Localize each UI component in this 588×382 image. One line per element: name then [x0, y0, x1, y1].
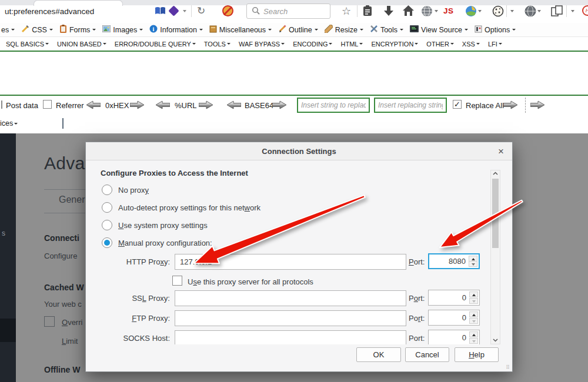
clipboard-icon[interactable] — [362, 5, 373, 19]
bookmark-star-icon[interactable]: ☆ — [342, 5, 351, 18]
home-icon[interactable] — [403, 5, 414, 18]
cancel-button[interactable]: Cancel — [405, 347, 449, 362]
ftp-proxy-input[interactable] — [175, 310, 406, 326]
webdev-menu-options[interactable]: Options — [475, 25, 516, 35]
pages-copy-icon[interactable] — [551, 5, 563, 19]
hackbar-menu-sql-basics[interactable]: SQL BASICS — [6, 41, 49, 48]
hackbar-menu-union-based[interactable]: UNION BASED — [57, 41, 106, 48]
referrer-label[interactable]: Referrer — [56, 101, 84, 110]
webdev-menu-information[interactable]: i Information — [149, 25, 203, 35]
url-encode-button[interactable] — [199, 100, 213, 112]
webdev-menu-forms[interactable]: Forms — [59, 25, 96, 35]
chevron-down-icon[interactable] — [537, 10, 541, 12]
cookie-icon[interactable] — [492, 5, 504, 19]
hackbar-menu-tools[interactable]: TOOLS — [204, 41, 230, 48]
help-button[interactable]: Help — [455, 347, 499, 362]
chevron-down-icon[interactable] — [435, 10, 438, 12]
sidebar-selected-item[interactable] — [0, 319, 16, 342]
ok-button[interactable]: OK — [356, 347, 401, 362]
radio-auto-detect[interactable] — [102, 202, 112, 213]
spin-down-icon[interactable] — [469, 261, 477, 267]
port-spinner[interactable] — [469, 311, 478, 324]
override-cache-label[interactable]: Overri — [62, 318, 82, 327]
chevron-down-icon[interactable] — [510, 10, 514, 12]
radio-system-proxy[interactable] — [102, 220, 112, 230]
browser-tab[interactable] — [34, 0, 123, 6]
chevron-down-icon[interactable] — [183, 10, 186, 12]
radio-no-proxy[interactable] — [102, 185, 112, 195]
radio-manual-proxy-label[interactable]: Manual proxy configuration: — [118, 239, 212, 247]
port-spinner[interactable] — [469, 331, 478, 344]
close-icon[interactable]: × — [495, 145, 507, 158]
webdev-menu-resize[interactable]: Resize — [325, 25, 363, 35]
base64-encode-button[interactable] — [272, 100, 287, 112]
chevron-down-icon[interactable] — [478, 10, 482, 12]
hackbar-menu-other[interactable]: OTHER — [426, 41, 454, 48]
services-menu-partial[interactable]: ices — [0, 119, 18, 128]
spin-down-icon[interactable] — [469, 338, 478, 344]
webdev-menu-css[interactable]: CSS — [21, 25, 53, 35]
base64-decode-button[interactable] — [226, 100, 241, 112]
override-cache-checkbox[interactable] — [44, 316, 55, 327]
url-bar[interactable]: ut:preferences#advanced — [5, 7, 94, 16]
execute-button[interactable] — [530, 100, 545, 112]
addon-diamond-icon[interactable] — [168, 5, 179, 16]
downloads-icon[interactable] — [383, 6, 394, 19]
replace-execute-button[interactable] — [503, 100, 518, 112]
radio-auto-detect-label[interactable]: Auto-detect proxy settings for this netw… — [118, 203, 260, 212]
hackbar-menu-lfi[interactable]: LFI — [488, 41, 502, 48]
socks-port-input[interactable]: 0 — [428, 330, 480, 344]
hackbar-menu-html[interactable]: HTML — [340, 41, 363, 48]
spin-up-icon[interactable] — [469, 331, 478, 337]
hackbar-menu-encryption[interactable]: ENCRYPTION — [371, 41, 418, 48]
spin-up-icon[interactable] — [469, 291, 478, 297]
spin-down-icon[interactable] — [469, 298, 478, 304]
proxy-globe-icon[interactable] — [465, 5, 477, 19]
radio-no-proxy-label[interactable]: No proxy — [118, 186, 149, 195]
hex-encode-button[interactable] — [130, 100, 145, 112]
http-port-input[interactable]: 8080 — [428, 253, 480, 269]
post-data-label[interactable]: Post data — [6, 101, 38, 110]
webdev-menu-view-source[interactable]: View Source — [410, 25, 468, 34]
reload-icon[interactable]: ↻ — [197, 5, 205, 16]
all-protocols-checkbox[interactable] — [172, 276, 182, 286]
webdev-menu-miscellaneous[interactable]: Miscellaneous — [209, 25, 272, 35]
radio-manual-proxy[interactable] — [102, 237, 112, 248]
radio-system-proxy-label[interactable]: Use system proxy settings — [118, 221, 208, 230]
hex-decode-button[interactable] — [86, 100, 101, 112]
spin-down-icon[interactable] — [469, 318, 478, 324]
addon-partial-icon[interactable]: H — [582, 5, 588, 16]
scroll-up-icon[interactable] — [491, 171, 500, 177]
scrollbar-thumb[interactable] — [492, 179, 499, 248]
find-string-input[interactable] — [297, 98, 370, 113]
port-spinner[interactable] — [469, 256, 477, 267]
reader-mode-icon[interactable] — [155, 6, 166, 18]
replace-all-checkbox[interactable]: ✓ — [453, 100, 462, 109]
referrer-checkbox[interactable] — [43, 100, 52, 109]
replace-all-label[interactable]: Replace All — [466, 101, 504, 110]
chevron-down-icon[interactable] — [571, 10, 574, 12]
hackbar-menu-xss[interactable]: XSS — [462, 41, 480, 48]
webdev-menu-tools[interactable]: Tools — [370, 25, 403, 35]
webdev-menu-cookies-partial[interactable]: es — [1, 26, 15, 34]
ssl-port-input[interactable]: 0 — [428, 290, 480, 306]
all-protocols-label[interactable]: Use this proxy server for all protocols — [188, 277, 313, 286]
ssl-proxy-input[interactable] — [175, 290, 406, 306]
hackbar-menu-encoding[interactable]: ENCODING — [293, 41, 332, 48]
webdev-menu-outline[interactable]: Outline — [278, 25, 318, 35]
spin-up-icon[interactable] — [469, 311, 478, 317]
hackbar-menu-error-double-query[interactable]: ERROR/DOUBLE QUERY — [115, 41, 196, 48]
ftp-port-input[interactable]: 0 — [428, 310, 480, 326]
hackbar-menu-waf-bypass[interactable]: WAF BYPASS — [239, 41, 285, 48]
url-decode-button[interactable] — [155, 100, 170, 112]
socks-host-input[interactable] — [175, 330, 406, 344]
globe-menu-icon[interactable] — [421, 5, 433, 19]
noscript-icon[interactable] — [222, 5, 233, 16]
dialog-scrollbar[interactable] — [490, 170, 500, 344]
useragent-globe-icon[interactable] — [524, 5, 536, 19]
replace-string-input[interactable] — [374, 98, 447, 113]
port-spinner[interactable] — [469, 291, 478, 304]
js-toggle-icon[interactable]: JS — [443, 6, 454, 15]
http-proxy-input[interactable] — [175, 254, 406, 270]
resize-grip[interactable]: ⠿ — [506, 364, 510, 370]
